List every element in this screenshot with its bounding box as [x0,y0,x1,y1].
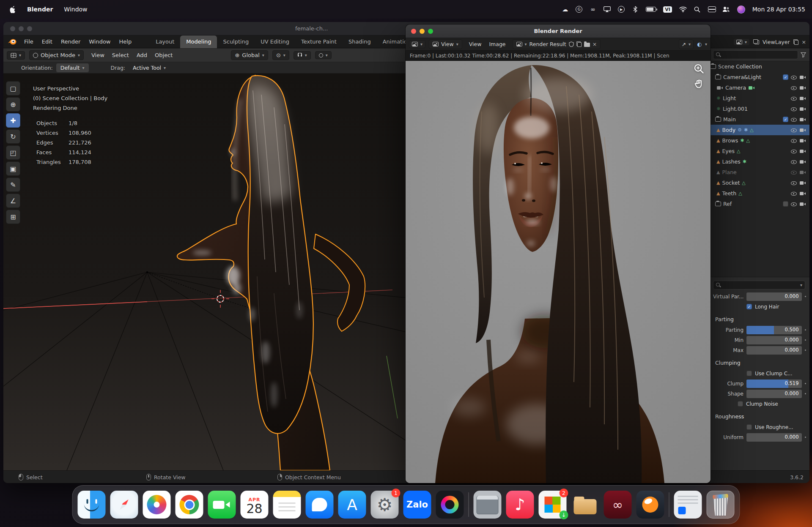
collection-checkbox[interactable] [783,201,788,207]
outliner-item-ref[interactable]: ▸ Ref [696,199,809,209]
animate-dot-icon[interactable] [805,437,807,438]
eye-icon[interactable] [790,74,797,80]
outliner-item-lashes[interactable]: ▲ Lashes ✱ [696,156,809,167]
blender-render-window[interactable]: Blender Render ▾ View ▾ View Image ▾ Ren… [406,25,710,483]
dock-safari[interactable] [110,491,138,519]
image-selector[interactable]: ▾ Render Result × [513,39,601,49]
cursor-tool[interactable]: ⊕ [6,97,20,112]
dock-photos[interactable] [143,491,171,519]
animate-dot-icon[interactable] [805,296,807,298]
eye-icon[interactable] [790,190,797,197]
menu-file[interactable]: File [20,37,37,46]
dock-window-preview[interactable] [474,491,502,519]
pan-hand-overlay-icon[interactable] [694,79,705,90]
camera-visibility-icon[interactable] [799,95,806,101]
camera-visibility-icon[interactable] [799,201,806,207]
eye-icon[interactable] [790,95,797,101]
checkbox-icon[interactable] [746,371,752,376]
checkbox-checked-icon[interactable]: ✓ [746,304,752,309]
viewlayer-name[interactable]: ViewLayer [763,39,790,45]
dock-microsoft-update[interactable]: 2 ↓ [539,491,567,519]
dock-zalo[interactable]: Zalo [403,491,431,519]
use-clump-curve-checkbox[interactable]: Use Clump C... [746,369,806,378]
dock-calendar[interactable]: APR 28 [241,491,269,519]
menu-edit[interactable]: Edit [38,37,56,46]
pin-dropdown[interactable]: ↗ ▾ [679,39,694,49]
virtual-parents-field[interactable]: 0.000 [746,292,802,301]
long-hair-checkbox[interactable]: ✓ Long Hair [746,302,806,311]
animate-dot-icon[interactable] [805,393,807,395]
eye-icon[interactable] [790,137,797,144]
animate-dot-icon[interactable] [805,329,807,331]
workspace-tab-texture-paint[interactable]: Texture Paint [295,35,343,48]
display-channels-icon[interactable]: ◐ [697,41,702,47]
outliner-item-camera[interactable]: Camera [696,82,809,93]
outliner-item-light-001[interactable]: ☼ Light.001 [696,104,809,114]
use-roughness-curve-checkbox[interactable]: Use Roughne... [746,423,806,431]
camera-visibility-icon[interactable] [799,127,806,133]
shape-slider[interactable]: 0.000 [746,390,802,398]
parting-slider[interactable]: 0.500 [746,326,802,334]
uniform-field[interactable]: 0.000 [746,433,802,442]
new-viewlayer-icon[interactable] [793,39,798,45]
workspace-tab-modeling[interactable]: Modeling [180,35,217,48]
menu-window[interactable]: Window [64,6,87,13]
scene-selector[interactable]: ▾ [733,38,750,46]
eye-icon[interactable] [790,106,797,112]
new-image-icon[interactable] [576,41,582,47]
section-roughness[interactable]: ▾ Roughness [708,411,807,421]
dock-trash[interactable] [707,491,735,519]
dock-files-folder[interactable] [571,491,599,519]
checkbox-icon[interactable] [746,424,752,430]
outliner-search-input[interactable] [713,50,798,59]
workspace-tab-uv-editing[interactable]: UV Editing [255,35,295,48]
spotlight-search-icon[interactable] [694,5,701,14]
menu-clock[interactable]: Mon 28 Apr 03:55 [752,6,805,13]
animate-dot-icon[interactable] [805,383,807,385]
viewport-menu-view[interactable]: View [88,51,108,60]
editor-mode-dropdown[interactable]: View ▾ [429,39,462,49]
proportional-editing-dropdown[interactable]: ▾ [315,51,332,59]
input-source-badge[interactable]: VI [663,5,672,14]
battery-icon[interactable] [646,5,656,14]
grammarly-icon[interactable]: G [576,5,582,14]
dock-adobe-creative-cloud[interactable]: ∞ [604,491,632,519]
bluetooth-icon[interactable] [632,5,639,14]
image-menu-image[interactable]: Image [486,40,509,49]
menu-app-name[interactable]: Blender [27,6,53,13]
clump-noise-checkbox[interactable]: Clump Noise [738,399,806,408]
dock-minimized-window[interactable] [674,491,702,519]
eye-icon[interactable] [790,201,797,207]
open-image-folder-icon[interactable] [584,43,590,47]
section-clumping[interactable]: ▾ Clumping [708,358,807,368]
camera-visibility-icon[interactable] [799,190,806,197]
screen-mirroring-icon[interactable] [604,5,611,14]
properties-search-input[interactable]: ▾ [713,281,805,289]
measure-tool[interactable]: ∠ [6,194,20,208]
animate-dot-icon[interactable] [805,339,807,341]
eye-icon[interactable] [790,148,797,154]
eye-icon[interactable] [790,180,797,186]
workspace-tab-layout[interactable]: Layout [150,35,180,48]
collection-checkbox[interactable]: ✓ [783,117,788,122]
user-avatar[interactable] [737,5,745,14]
apple-logo-icon[interactable] [9,5,16,14]
camera-visibility-icon[interactable] [799,116,806,123]
cloud-icon[interactable]: ☁ [562,5,568,14]
outliner-item-brows[interactable]: ▲ Brows ✱ △ [696,135,809,146]
eye-icon[interactable] [790,85,797,91]
chevron-down-icon[interactable]: ▾ [705,42,707,46]
menu-window[interactable]: Window [85,37,114,46]
move-tool[interactable]: ✚ [6,113,20,128]
camera-visibility-icon[interactable] [799,85,806,91]
outliner-item-scene-collection[interactable]: ▾ Scene Collection [696,61,809,72]
camera-visibility-icon[interactable] [799,158,806,165]
clump-slider[interactable]: 0.519 [746,380,802,388]
select-box-tool[interactable]: ▢ [6,81,20,96]
dock-chrome[interactable] [176,491,203,519]
drag-dropdown[interactable]: Active Tool ▾ [129,63,170,72]
animate-dot-icon[interactable] [805,350,807,351]
pivot-point-dropdown[interactable]: ⊙ ▾ [272,50,289,60]
orientation-dropdown[interactable]: Default ▾ [56,63,89,72]
minimize-window-button[interactable] [19,26,24,31]
